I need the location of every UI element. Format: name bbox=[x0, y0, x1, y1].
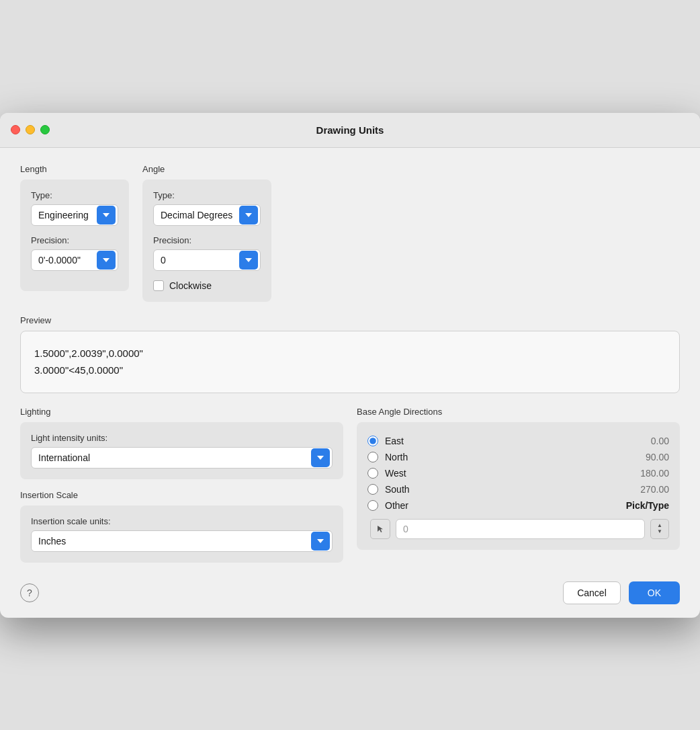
clockwise-label: Clockwise bbox=[169, 280, 212, 291]
base-angle-label: Base Angle Directions bbox=[357, 407, 680, 417]
radio-row-east: East 0.00 bbox=[367, 433, 669, 449]
radio-label-north: North bbox=[385, 452, 629, 462]
angle-type-wrapper: Decimal Degrees Deg/Min/Sec Grads Radian… bbox=[153, 204, 261, 226]
angle-type-select[interactable]: Decimal Degrees Deg/Min/Sec Grads Radian… bbox=[153, 204, 261, 226]
drawing-units-dialog: Drawing Units Length Type: Engineering A… bbox=[0, 113, 700, 618]
insertion-units-label: Insertion scale units: bbox=[31, 516, 333, 526]
clockwise-row: Clockwise bbox=[153, 280, 261, 291]
preview-line1: 1.5000",2.0039",0.0000" bbox=[34, 345, 666, 362]
minimize-button[interactable] bbox=[26, 125, 35, 134]
radio-row-north: North 90.00 bbox=[367, 449, 669, 465]
pick-button[interactable] bbox=[370, 519, 390, 539]
insertion-scale-label: Insertion Scale bbox=[20, 490, 343, 500]
length-type-label: Type: bbox=[31, 190, 118, 200]
preview-box: 1.5000",2.0039",0.0000" 3.0000"<45,0.000… bbox=[20, 331, 680, 393]
preview-section: Preview 1.5000",2.0039",0.0000" 3.0000"<… bbox=[20, 315, 680, 393]
base-angle-panel: East 0.00 North 90.00 West bbox=[357, 422, 680, 550]
lighting-label: Lighting bbox=[20, 407, 343, 417]
radio-value-north: 90.00 bbox=[629, 452, 669, 462]
titlebar: Drawing Units bbox=[0, 113, 700, 148]
angle-precision-select[interactable]: 0 0.0 0.00 0.000 0.0000 bbox=[153, 249, 261, 271]
insertion-scale-panel: Insertion scale units: Inches Feet Milli… bbox=[20, 505, 343, 563]
angle-panel: Type: Decimal Degrees Deg/Min/Sec Grads … bbox=[142, 179, 271, 302]
left-col: Lighting Light intensity units: Internat… bbox=[20, 407, 343, 563]
dialog-content: Length Type: Engineering Architectural D… bbox=[0, 148, 700, 618]
radio-west[interactable] bbox=[367, 468, 378, 479]
cancel-button[interactable]: Cancel bbox=[563, 581, 621, 604]
preview-label: Preview bbox=[20, 315, 680, 325]
radio-row-south: South 270.00 bbox=[367, 481, 669, 497]
angle-precision-wrapper: 0 0.0 0.00 0.000 0.0000 bbox=[153, 249, 261, 271]
angle-type-label: Type: bbox=[153, 190, 261, 200]
radio-value-south: 270.00 bbox=[629, 484, 669, 495]
help-button[interactable]: ? bbox=[20, 583, 39, 602]
bottom-row: Lighting Light intensity units: Internat… bbox=[20, 407, 680, 563]
preview-line2: 3.0000"<45,0.0000" bbox=[34, 362, 666, 379]
close-button[interactable] bbox=[11, 125, 20, 134]
other-angle-input[interactable] bbox=[396, 519, 645, 539]
radio-row-west: West 180.00 bbox=[367, 465, 669, 481]
length-label: Length bbox=[20, 164, 129, 174]
length-precision-select[interactable]: 0'-0.0000" 0'-0.000" 0'-0.00" 0'-0.0" 0'… bbox=[31, 249, 118, 271]
radio-label-west: West bbox=[385, 468, 629, 479]
clockwise-checkbox[interactable] bbox=[153, 280, 164, 291]
spinner-arrows: ▲ ▼ bbox=[657, 523, 662, 534]
radio-value-other: Pick/Type bbox=[626, 500, 669, 511]
lighting-panel: Light intensity units: International Ame… bbox=[20, 422, 343, 479]
radio-label-other: Other bbox=[385, 500, 626, 511]
radio-south[interactable] bbox=[367, 484, 378, 495]
lighting-intensity-select[interactable]: International American Generic bbox=[31, 447, 333, 469]
window-title: Drawing Units bbox=[316, 124, 384, 136]
other-input-row: ▲ ▼ bbox=[367, 519, 669, 539]
angle-precision-label: Precision: bbox=[153, 235, 261, 245]
radio-list: East 0.00 North 90.00 West bbox=[367, 433, 669, 514]
insertion-units-wrapper: Inches Feet Millimeters Centimeters Mete… bbox=[31, 530, 333, 552]
lighting-section: Lighting Light intensity units: Internat… bbox=[20, 407, 343, 479]
footer-buttons: Cancel OK bbox=[563, 581, 680, 604]
length-panel: Type: Engineering Architectural Decimal … bbox=[20, 179, 129, 291]
radio-north[interactable] bbox=[367, 452, 378, 462]
length-section: Length Type: Engineering Architectural D… bbox=[20, 164, 129, 302]
dialog-footer: ? Cancel OK bbox=[20, 579, 680, 604]
base-angle-section: Base Angle Directions East 0.00 North bbox=[357, 407, 680, 563]
radio-value-east: 0.00 bbox=[629, 436, 669, 446]
traffic-lights bbox=[11, 125, 50, 134]
length-type-wrapper: Engineering Architectural Decimal Fracti… bbox=[31, 204, 118, 226]
radio-east[interactable] bbox=[367, 436, 378, 446]
radio-other[interactable] bbox=[367, 500, 378, 511]
radio-value-west: 180.00 bbox=[629, 468, 669, 479]
lighting-intensity-label: Light intensity units: bbox=[31, 433, 333, 443]
radio-label-south: South bbox=[385, 484, 629, 495]
insertion-scale-section: Insertion Scale Insertion scale units: I… bbox=[20, 490, 343, 563]
spinner-up: ▲ bbox=[657, 523, 662, 528]
spinner-down: ▼ bbox=[657, 529, 662, 534]
maximize-button[interactable] bbox=[40, 125, 50, 134]
radio-label-east: East bbox=[385, 436, 629, 446]
angle-spinner[interactable]: ▲ ▼ bbox=[650, 519, 669, 539]
angle-section: Angle Type: Decimal Degrees Deg/Min/Sec … bbox=[142, 164, 271, 302]
length-precision-wrapper: 0'-0.0000" 0'-0.000" 0'-0.00" 0'-0.0" 0'… bbox=[31, 249, 118, 271]
length-precision-label: Precision: bbox=[31, 235, 118, 245]
length-type-select[interactable]: Engineering Architectural Decimal Fracti… bbox=[31, 204, 118, 226]
radio-row-other: Other Pick/Type bbox=[367, 497, 669, 514]
ok-button[interactable]: OK bbox=[629, 581, 680, 604]
top-row: Length Type: Engineering Architectural D… bbox=[20, 164, 680, 302]
angle-label: Angle bbox=[142, 164, 271, 174]
insertion-units-select[interactable]: Inches Feet Millimeters Centimeters Mete… bbox=[31, 530, 333, 552]
lighting-intensity-wrapper: International American Generic bbox=[31, 447, 333, 469]
